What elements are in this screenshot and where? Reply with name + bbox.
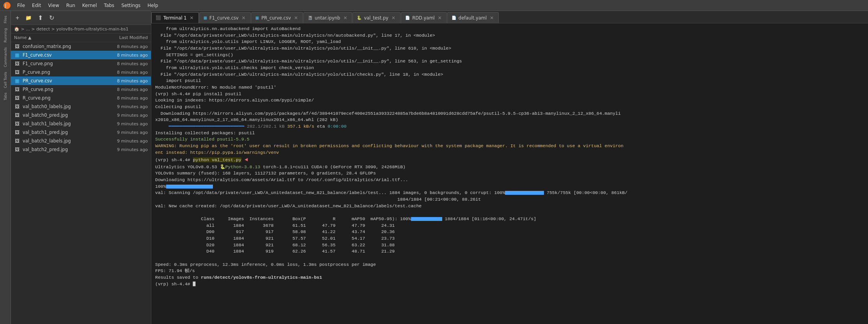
upload-button[interactable]: ⬆ bbox=[36, 13, 44, 22]
file-modified: 8 minutes ago bbox=[97, 70, 148, 75]
tab-close-untar[interactable]: ✕ bbox=[342, 15, 348, 21]
list-item[interactable]: 🖼 PR_curve.png 8 minutes ago bbox=[11, 85, 151, 94]
file-modified: 8 minutes ago bbox=[97, 61, 148, 66]
sidebar-item-running[interactable]: Running bbox=[3, 27, 8, 44]
tab-label: Terminal 1 bbox=[163, 15, 187, 21]
sidebar-item-commands[interactable]: Commands bbox=[3, 46, 8, 69]
svg-point-0 bbox=[4, 2, 11, 9]
menu-file[interactable]: File bbox=[14, 2, 28, 9]
tab-label: F1_curve.csv bbox=[209, 15, 239, 21]
menu-view[interactable]: View bbox=[45, 2, 62, 9]
image-icon: 🖼 bbox=[14, 43, 20, 50]
terminal-icon: ⬛ bbox=[156, 15, 161, 20]
file-name: F1_curve.csv bbox=[23, 52, 97, 58]
col-name: Name ▲ bbox=[14, 35, 97, 40]
menu-help[interactable]: Help bbox=[144, 2, 161, 9]
breadcrumb: 🏠 > ... > detect > yolov8s-from-ultralyt… bbox=[11, 25, 151, 34]
new-file-button[interactable]: + bbox=[14, 14, 21, 22]
image-icon: 🖼 bbox=[14, 129, 20, 135]
tab-rddyaml[interactable]: 📄 RDD.yaml ✕ bbox=[401, 12, 447, 23]
new-folder-button[interactable]: 📁 bbox=[24, 14, 33, 21]
menu-tabs[interactable]: Tabs bbox=[101, 2, 118, 9]
file-name: val_batch2_labels.jpg bbox=[23, 138, 97, 144]
tab-valtest[interactable]: 🐍 val_test.py ✕ bbox=[353, 12, 400, 23]
file-name: R_curve.png bbox=[23, 95, 97, 101]
csv-tab-icon: ▦ bbox=[255, 16, 259, 20]
menu-kernel[interactable]: Kernel bbox=[79, 2, 100, 9]
tab-bar: ⬛ Terminal 1 ✕ ▦ F1_curve.csv ✕ ▦ PR_cur… bbox=[151, 11, 868, 23]
tab-prcurve[interactable]: ▦ PR_curve.csv ✕ bbox=[251, 12, 303, 23]
file-modified: 8 minutes ago bbox=[97, 87, 148, 92]
file-name: PR_curve.png bbox=[23, 87, 97, 92]
file-name: val_batch1_labels.jpg bbox=[23, 121, 97, 126]
notebook-icon: 📓 bbox=[308, 16, 312, 20]
file-modified: 8 minutes ago bbox=[97, 96, 148, 101]
image-icon: 🖼 bbox=[14, 112, 20, 118]
image-icon: 🖼 bbox=[14, 95, 20, 101]
terminal-output[interactable]: from ultralytics.nn.autobackend import A… bbox=[151, 23, 868, 324]
file-name: val_batch2_pred.jpg bbox=[23, 147, 97, 152]
svg-text:J: J bbox=[5, 4, 6, 8]
menu-run[interactable]: Run bbox=[63, 2, 78, 9]
file-modified: 9 minutes ago bbox=[97, 121, 148, 126]
list-item[interactable]: 🖼 val_batch0_pred.jpg 9 minutes ago bbox=[11, 111, 151, 119]
tab-close-pr[interactable]: ✕ bbox=[293, 15, 299, 21]
tab-label: PR_curve.csv bbox=[261, 15, 291, 21]
sidebar-icons: Files Running Commands Cell Tools Tabs bbox=[0, 11, 11, 324]
tab-close-rdd[interactable]: ✕ bbox=[437, 15, 443, 21]
file-list-header: Name ▲ Last Modified bbox=[11, 34, 151, 42]
tab-label: RDD.yaml bbox=[412, 15, 435, 21]
list-item[interactable]: 🖼 val_batch1_labels.jpg 9 minutes ago bbox=[11, 119, 151, 128]
file-modified: 8 minutes ago bbox=[97, 44, 148, 49]
file-name: PR_curve.csv bbox=[23, 78, 97, 84]
list-item[interactable]: ▦ PR_curve.csv 8 minutes ago bbox=[11, 77, 151, 85]
sidebar-item-tabs[interactable]: Tabs bbox=[3, 91, 8, 102]
list-item[interactable]: 🖼 confusion_matrix.png 8 minutes ago bbox=[11, 42, 151, 51]
list-item[interactable]: 🖼 F1_curve.png 8 minutes ago bbox=[11, 59, 151, 68]
file-modified: 9 minutes ago bbox=[97, 139, 148, 144]
tab-close-valtest[interactable]: ✕ bbox=[391, 15, 396, 21]
image-icon: 🖼 bbox=[14, 86, 20, 93]
image-icon: 🖼 bbox=[14, 146, 20, 153]
tab-defaultyaml[interactable]: 📄 default.yaml ✕ bbox=[447, 12, 499, 23]
file-name: confusion_matrix.png bbox=[23, 44, 97, 49]
csv-icon: ▦ bbox=[14, 52, 20, 58]
image-icon: 🖼 bbox=[14, 69, 20, 75]
list-item[interactable]: 🖼 val_batch0_labels.jpg 9 minutes ago bbox=[11, 102, 151, 111]
tab-untar[interactable]: 📓 untar.ipynb ✕ bbox=[303, 12, 352, 23]
yaml-icon2: 📄 bbox=[452, 16, 456, 20]
file-panel: + 📁 ⬆ ↻ 🏠 > ... > detect > yolov8s-from-… bbox=[11, 11, 151, 324]
file-modified: 8 minutes ago bbox=[97, 53, 148, 58]
tab-terminal1[interactable]: ⬛ Terminal 1 ✕ bbox=[151, 12, 199, 23]
file-modified: 8 minutes ago bbox=[97, 78, 148, 84]
menu-settings[interactable]: Settings bbox=[118, 2, 143, 9]
image-icon: 🖼 bbox=[14, 138, 20, 144]
csv-tab-icon: ▦ bbox=[204, 16, 207, 20]
menubar: J File Edit View Run Kernel Tabs Setting… bbox=[0, 0, 868, 11]
list-item[interactable]: 🖼 R_curve.png 8 minutes ago bbox=[11, 94, 151, 102]
list-item[interactable]: 🖼 val_batch2_labels.jpg 9 minutes ago bbox=[11, 137, 151, 145]
list-item[interactable]: ▦ F1_curve.csv 8 minutes ago bbox=[11, 51, 151, 59]
file-modified: 9 minutes ago bbox=[97, 113, 148, 118]
image-icon: 🖼 bbox=[14, 61, 20, 67]
menu-edit[interactable]: Edit bbox=[29, 2, 44, 9]
tab-label: untar.ipynb bbox=[315, 15, 340, 21]
app-logo: J bbox=[3, 2, 11, 9]
tab-close-f1[interactable]: ✕ bbox=[241, 15, 246, 21]
image-icon: 🖼 bbox=[14, 121, 20, 127]
list-item[interactable]: 🖼 P_curve.png 8 minutes ago bbox=[11, 68, 151, 77]
sidebar-item-files[interactable]: Files bbox=[3, 14, 8, 25]
file-name: val_batch1_pred.jpg bbox=[23, 130, 97, 135]
file-toolbar: + 📁 ⬆ ↻ bbox=[11, 11, 151, 25]
tab-label: val_test.py bbox=[364, 15, 388, 21]
tab-close-terminal1[interactable]: ✕ bbox=[189, 15, 195, 21]
tab-close-default[interactable]: ✕ bbox=[489, 15, 494, 21]
list-item[interactable]: 🖼 val_batch1_pred.jpg 9 minutes ago bbox=[11, 128, 151, 137]
sidebar-item-celltools[interactable]: Cell Tools bbox=[3, 70, 8, 90]
file-modified: 9 minutes ago bbox=[97, 147, 148, 152]
refresh-button[interactable]: ↻ bbox=[48, 13, 56, 22]
tab-f1curve[interactable]: ▦ F1_curve.csv ✕ bbox=[199, 12, 251, 23]
file-list: 🖼 confusion_matrix.png 8 minutes ago ▦ F… bbox=[11, 42, 151, 324]
file-name: F1_curve.png bbox=[23, 61, 97, 66]
list-item[interactable]: 🖼 val_batch2_pred.jpg 9 minutes ago bbox=[11, 145, 151, 154]
